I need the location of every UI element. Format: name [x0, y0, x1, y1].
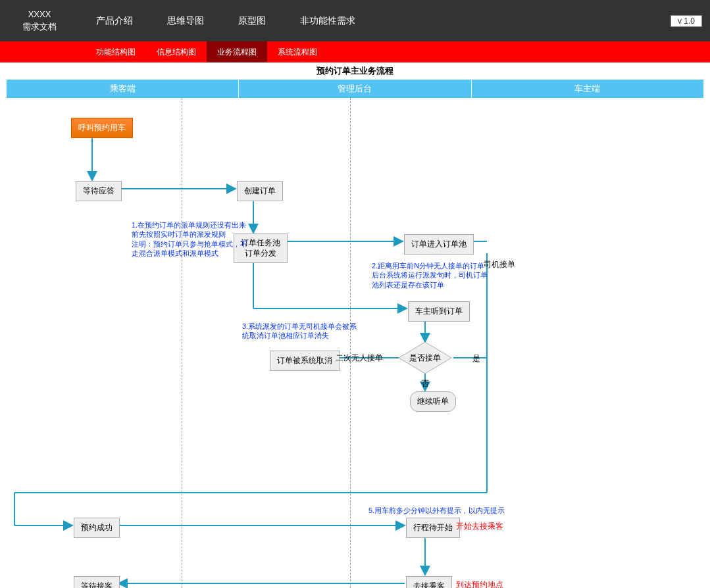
topnav-nonfunctional[interactable]: 非功能性需求 — [283, 0, 372, 41]
node-enter-pool: 订单进入订单池 — [404, 234, 474, 255]
rednote-arrive-point: 到达预约地点 — [456, 579, 503, 588]
node-continue-listen: 继续听单 — [410, 391, 456, 412]
node-reserve-ok: 预约成功 — [74, 518, 120, 538]
node-decision-label: 是否接单 — [399, 342, 451, 374]
node-create-order: 创建订单 — [237, 181, 283, 201]
sub-bar: 功能结构图 信息结构图 业务流程图 系统流程图 — [0, 41, 710, 62]
lane-driver: 车主端 — [472, 80, 703, 98]
label-no: 否 — [421, 378, 429, 389]
note-1: 1.在预约订单的派单规则还没有出来前先按照实时订单的派发规则 注明：预约订单只参… — [132, 220, 250, 258]
node-start: 呼叫预约用车 — [71, 118, 133, 138]
logo-line2: 需求文档 — [0, 21, 79, 33]
logo: XXXX 需求文档 — [0, 9, 79, 32]
subnav-business[interactable]: 业务流程图 — [207, 41, 267, 62]
node-trip-wait: 行程待开始 — [406, 518, 460, 538]
lane-divider-1 — [182, 98, 182, 588]
lane-divider-2 — [350, 98, 351, 588]
rednote-start-pickup: 开始去接乘客 — [456, 521, 503, 532]
node-decision: 是否接单 — [399, 342, 451, 374]
lane-header: 乘客端 管理后台 车主端 — [7, 80, 703, 98]
note-3: 3.系统派发的订单无司机接单会被系统取消订单池相应订单消失 — [242, 322, 361, 341]
node-wait-reply: 等待应答 — [76, 181, 122, 201]
subnav-system[interactable]: 系统流程图 — [267, 41, 328, 62]
subnav-information[interactable]: 信息结构图 — [146, 41, 207, 62]
node-sys-cancel: 订单被系统取消 — [270, 351, 340, 371]
node-go-pickup: 去接乘客 — [406, 576, 452, 588]
diagram-canvas: 呼叫预约用车 等待应答 创建订单 订单任务池 订单分发 订单进入订单池 车主听到… — [7, 98, 703, 588]
top-bar: XXXX 需求文档 产品介绍 思维导图 原型图 非功能性需求 v 1.0 — [0, 0, 710, 41]
topnav-product[interactable]: 产品介绍 — [79, 0, 150, 41]
label-twice-noone: 二次无人接单 — [336, 353, 383, 364]
node-driver-hear: 车主听到订单 — [408, 301, 470, 322]
node-wait-pickup: 等待接客 — [74, 576, 120, 588]
note-5: 5.用车前多少分钟以外有提示，以内无提示 — [368, 506, 505, 515]
edges-svg — [7, 98, 703, 588]
diagram-title: 预约订单主业务流程 — [0, 65, 710, 77]
topnav-mindmap[interactable]: 思维导图 — [150, 0, 221, 41]
label-yes: 是 — [472, 353, 480, 364]
logo-line1: XXXX — [0, 9, 79, 20]
version-badge: v 1.0 — [671, 15, 702, 27]
lane-passenger: 乘客端 — [7, 80, 239, 98]
topnav-prototype[interactable]: 原型图 — [221, 0, 283, 41]
note-2: 2.距离用车前N分钟无人接单的订单后台系统将运行派发句时，司机订单池列表还是存在… — [372, 261, 490, 289]
top-nav: 产品介绍 思维导图 原型图 非功能性需求 — [79, 0, 372, 41]
lane-backend: 管理后台 — [239, 80, 471, 98]
subnav-function[interactable]: 功能结构图 — [86, 41, 146, 62]
